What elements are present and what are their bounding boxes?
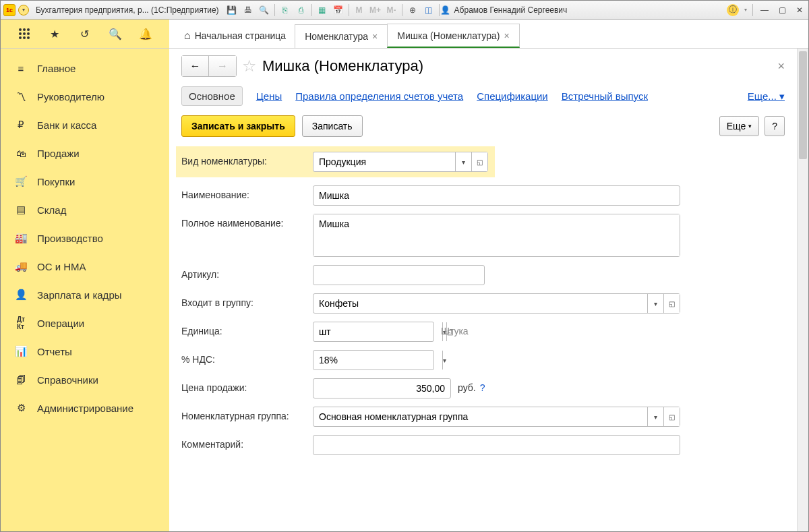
sidebar-item-purchases[interactable]: 🛒Покупки <box>1 167 169 196</box>
sidebar-item-label: Руководителю <box>37 91 104 102</box>
field-sku[interactable] <box>313 265 485 285</box>
field-unit[interactable]: ▾ ◱ <box>313 322 434 342</box>
memory-minus-icon[interactable]: M- <box>386 4 398 16</box>
field-name[interactable] <box>313 185 680 206</box>
section-link-specs[interactable]: Спецификации <box>477 90 548 102</box>
open-ref-icon[interactable]: ◱ <box>663 294 680 313</box>
row-vat: % НДС: ▾ <box>181 350 785 370</box>
section-link-accounts[interactable]: Правила определения счетов учета <box>295 90 463 102</box>
input-type[interactable] <box>313 152 455 171</box>
field-comment[interactable] <box>313 435 680 455</box>
input-sku[interactable] <box>313 266 484 285</box>
toolbar-row: ★ ↺ 🔍 🔔 ⌂ Начальная страница Номенклатур… <box>1 20 808 49</box>
sidebar-item-sales[interactable]: 🛍Продажи <box>1 139 169 167</box>
field-type[interactable]: ▾ ◱ <box>313 152 488 172</box>
help-button[interactable]: ? <box>765 116 785 136</box>
open-ref-icon[interactable]: ◱ <box>471 152 487 171</box>
open-ref-icon[interactable]: ◱ <box>663 407 680 426</box>
sidebar-item-bank[interactable]: ₽Банк и касса <box>1 111 169 139</box>
save-button[interactable]: Записать <box>302 115 363 137</box>
forward-button[interactable]: → <box>209 56 236 76</box>
close-icon[interactable]: × <box>372 31 378 42</box>
input-name[interactable] <box>313 186 680 205</box>
svg-point-8 <box>27 36 30 39</box>
vertical-scrollbar[interactable] <box>797 49 808 532</box>
tab-nomenclature[interactable]: Номенклатура × <box>295 24 388 48</box>
sidebar-item-reports[interactable]: 📊Отчеты <box>1 337 169 365</box>
save-close-button[interactable]: Записать и закрыть <box>181 115 295 137</box>
input-fullname[interactable] <box>313 214 680 256</box>
close-icon[interactable]: × <box>504 30 509 41</box>
sidebar-item-admin[interactable]: ⚙Администрирование <box>1 394 169 422</box>
sidebar-item-warehouse[interactable]: ▤Склад <box>1 196 169 224</box>
input-unit[interactable] <box>313 322 442 341</box>
close-window-button[interactable]: ✕ <box>793 4 806 16</box>
sidebar-item-catalogs[interactable]: 🗐Справочники <box>1 365 169 394</box>
apps-icon[interactable] <box>17 26 32 41</box>
field-nomgroup[interactable]: ▾ ◱ <box>313 407 680 427</box>
more-actions-button[interactable]: Еще▾ <box>719 116 760 136</box>
tab-item-mishka[interactable]: Мишка (Номенклатура) × <box>387 24 519 48</box>
sidebar-item-manager[interactable]: 〽Руководителю <box>1 82 169 111</box>
price-help-icon[interactable]: ? <box>480 378 485 393</box>
preview-icon[interactable]: 🔍 <box>258 4 270 16</box>
calendar-icon[interactable]: 📅 <box>332 4 344 16</box>
operations-icon: ДтКт <box>14 316 28 330</box>
field-group[interactable]: ▾ ◱ <box>313 293 680 314</box>
maximize-button[interactable]: ▢ <box>776 4 788 16</box>
tab-home[interactable]: ⌂ Начальная страница <box>175 24 295 48</box>
dropdown-icon[interactable]: ▾ <box>455 152 471 171</box>
unit-hint: Штука <box>441 322 469 336</box>
field-fullname[interactable] <box>313 214 680 257</box>
sidebar-item-hr[interactable]: 👤Зарплата и кадры <box>1 280 169 309</box>
input-price[interactable] <box>313 379 450 398</box>
quick-toolbar: ★ ↺ 🔍 🔔 <box>1 20 169 48</box>
notifications-icon[interactable]: 🔔 <box>138 26 153 41</box>
section-links-more[interactable]: Еще... ▾ <box>748 90 785 102</box>
memory-m-icon[interactable]: M <box>353 4 365 16</box>
input-vat[interactable] <box>313 351 442 370</box>
row-type: Вид номенклатуры: ▾ ◱ <box>176 146 495 177</box>
zoom-icon[interactable]: ⊕ <box>407 4 419 16</box>
section-link-prices[interactable]: Цены <box>256 90 282 102</box>
dropdown-icon[interactable]: ▾ <box>647 407 663 426</box>
sidebar-item-operations[interactable]: ДтКтОперации <box>1 309 169 337</box>
input-group[interactable] <box>313 294 647 313</box>
dropdown-icon[interactable]: ▾ <box>647 294 663 313</box>
app-menu-dropdown[interactable]: ▾ <box>18 5 29 16</box>
calculator-icon[interactable]: ▦ <box>316 4 328 16</box>
memory-plus-icon[interactable]: M+ <box>369 4 382 16</box>
action-bar: Записать и закрыть Записать Еще▾ ? <box>181 115 785 137</box>
info-icon[interactable]: ⓘ <box>727 4 739 16</box>
save-icon[interactable]: 💾 <box>226 4 238 16</box>
info-dropdown-icon[interactable]: ▾ <box>744 7 747 13</box>
panels-icon[interactable]: ◫ <box>423 4 435 16</box>
search-icon[interactable]: 🔍 <box>108 26 123 41</box>
section-link-counter[interactable]: Встречный выпуск <box>562 90 648 102</box>
user-info[interactable]: 👤 Абрамов Геннадий Сергеевич <box>440 4 568 16</box>
compare-icon[interactable]: ⎘ <box>279 4 291 16</box>
export-icon[interactable]: ⎙ <box>295 4 307 16</box>
row-nomgroup: Номенклатурная группа: ▾ ◱ <box>181 407 785 427</box>
history-icon[interactable]: ↺ <box>78 26 92 41</box>
favorite-icon[interactable]: ★ <box>47 26 62 41</box>
input-comment[interactable] <box>313 436 680 454</box>
sidebar-item-assets[interactable]: 🚚ОС и НМА <box>1 252 169 280</box>
print-icon[interactable]: 🖶 <box>242 4 254 16</box>
input-nomgroup[interactable] <box>313 407 647 426</box>
row-comment: Комментарий: <box>181 435 785 455</box>
section-link-main[interactable]: Основное <box>181 86 243 106</box>
field-vat[interactable]: ▾ <box>313 350 434 370</box>
field-price[interactable] <box>313 378 451 398</box>
sidebar-item-main[interactable]: ≡Главное <box>1 54 169 82</box>
svg-point-4 <box>23 32 26 35</box>
back-button[interactable]: ← <box>182 56 209 76</box>
minimize-button[interactable]: — <box>758 4 771 16</box>
scroll-thumb[interactable] <box>799 51 807 159</box>
favorite-star-icon[interactable]: ☆ <box>242 57 257 76</box>
tabs: ⌂ Начальная страница Номенклатура × Мишк… <box>169 20 808 48</box>
dropdown-icon[interactable]: ▾ <box>442 351 446 370</box>
sidebar-item-production[interactable]: 🏭Производство <box>1 224 169 252</box>
close-page-button[interactable]: × <box>777 59 785 73</box>
tab-label: Начальная страница <box>195 30 286 41</box>
